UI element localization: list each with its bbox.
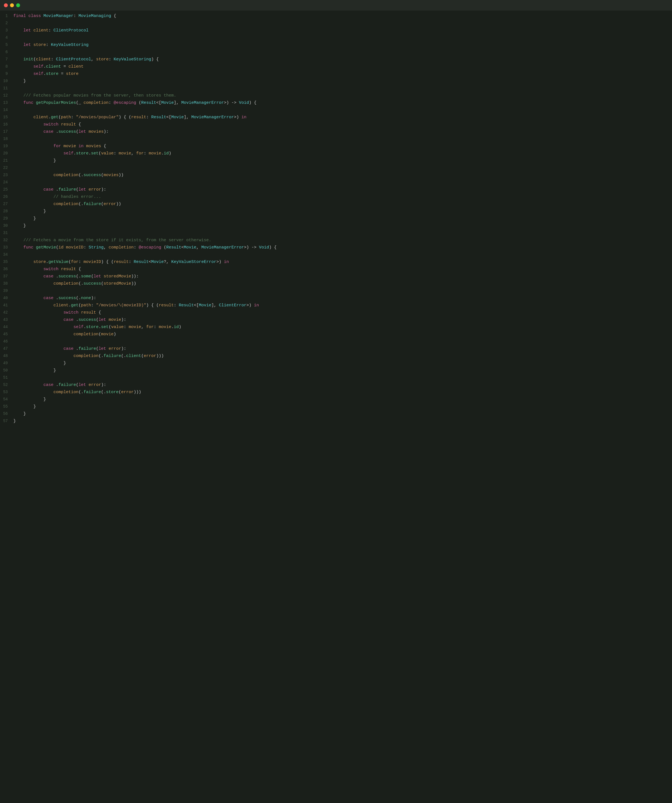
code-window: 1 final class MovieManager: MovieManagin… [0,0,672,803]
code-line: 41 client.get(path: "/movies/\(movieID)"… [0,302,672,309]
code-line: 52 case .failure(let error): [0,382,672,389]
code-line: 37 case .success(.some(let storedMovie))… [0,273,672,280]
code-line: 20 self.store.set(value: movie, for: mov… [0,150,672,158]
code-line: 39 [0,288,672,295]
code-line: 33 func getMovie(id movieID: String, com… [0,244,672,252]
code-line: 47 case .failure(let error): [0,346,672,353]
close-button[interactable] [4,3,8,7]
code-line: 49 } [0,360,672,367]
code-line: 16 switch result { [0,121,672,128]
code-line: 1 final class MovieManager: MovieManagin… [0,13,672,20]
code-line: 14 [0,107,672,114]
code-line: 19 for movie in movies { [0,143,672,150]
code-line: 56 } [0,411,672,418]
minimize-button[interactable] [10,3,14,7]
code-line: 36 switch result { [0,266,672,273]
code-line: 45 completion(movie) [0,331,672,338]
code-line: 51 [0,374,672,382]
code-line: 18 [0,136,672,143]
code-line: 55 } [0,403,672,411]
code-line: 7 init(client: ClientProtocol, store: Ke… [0,56,672,63]
code-line: 27 completion(.failure(error)) [0,201,672,208]
code-line: 34 [0,252,672,259]
code-line: 12 /// Fetches popular movies from the s… [0,93,672,99]
code-line: 9 self.store = store [0,71,672,78]
code-line: 31 [0,230,672,237]
code-line: 48 completion(.failure(.client(error))) [0,353,672,360]
code-line: 38 completion(.success(storedMovie)) [0,280,672,288]
title-bar [0,0,672,11]
maximize-button[interactable] [16,3,20,7]
code-line: 17 case .success(let movies): [0,128,672,136]
code-line: 40 case .success(.none): [0,295,672,302]
code-line: 32 /// Fetches a movie from the store if… [0,237,672,244]
code-line: 8 self.client = client [0,63,672,71]
code-line: 24 [0,179,672,187]
code-line: 21 } [0,158,672,165]
code-line: 53 completion(.failure(.store(error))) [0,389,672,396]
code-line: 4 [0,34,672,42]
code-line: 23 completion(.success(movies)) [0,172,672,179]
code-line: 6 [0,49,672,56]
code-line: 26 // handles error... [0,193,672,201]
code-line: 25 case .failure(let error): [0,187,672,193]
code-line: 57 } [0,418,672,425]
code-line: 42 switch result { [0,309,672,317]
code-line: 13 func getPopularMovies(_ completion: @… [0,99,672,107]
code-line: 50 } [0,367,672,374]
code-line: 28 } [0,208,672,215]
code-line: 5 let store: KeyValueStoring [0,42,672,49]
code-line: 11 [0,85,672,93]
code-line: 54 } [0,396,672,403]
code-line: 15 client.get(path: "/movies/popular") {… [0,114,672,121]
code-line: 29 } [0,215,672,223]
code-line: 30 } [0,223,672,230]
code-line: 44 self.store.set(value: movie, for: mov… [0,324,672,331]
code-line: 46 [0,338,672,346]
code-line: 10 } [0,78,672,85]
code-line: 2 [0,20,672,27]
code-editor: 1 final class MovieManager: MovieManagin… [0,11,672,428]
code-line: 43 case .success(let movie): [0,317,672,324]
code-line: 3 let client: ClientProtocol [0,27,672,34]
code-line: 35 store.getValue(for: movieID) { (resul… [0,259,672,266]
code-line: 22 [0,165,672,172]
